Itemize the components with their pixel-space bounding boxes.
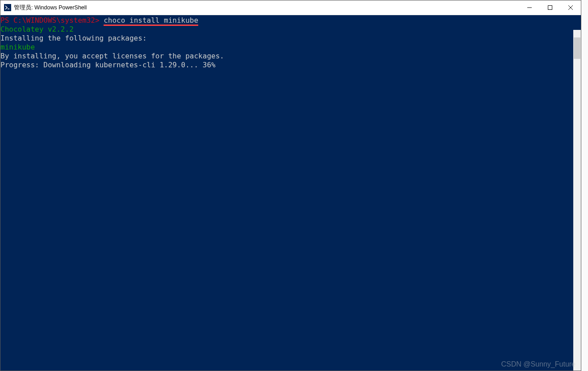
progress-line: Progress: Downloading kubernetes-cli 1.2… [0, 61, 581, 70]
right-background-strip [581, 0, 588, 371]
close-button[interactable] [560, 0, 581, 15]
powershell-icon [4, 4, 11, 11]
scrollbar-track[interactable] [573, 30, 581, 371]
powershell-window: 管理员: Windows PowerShell PS C:\WINDOWS\sy… [0, 0, 581, 371]
terminal-area[interactable]: PS C:\WINDOWS\system32> choco install mi… [0, 15, 581, 371]
scrollbar-thumb[interactable] [574, 37, 580, 59]
window-title: 管理员: Windows PowerShell [14, 4, 519, 12]
choco-version-line: Chocolatey v2.2.2 [0, 25, 581, 34]
installing-line: Installing the following packages: [0, 34, 581, 43]
minimize-button[interactable] [519, 0, 540, 15]
accept-line: By installing, you accept licenses for t… [0, 52, 581, 61]
prompt-path: PS C:\WINDOWS\system32> [0, 16, 100, 25]
titlebar[interactable]: 管理员: Windows PowerShell [0, 0, 581, 15]
package-name-line: minikube [0, 43, 581, 52]
maximize-button[interactable] [540, 0, 560, 15]
prompt-command: choco install minikube [104, 16, 198, 25]
prompt-line: PS C:\WINDOWS\system32> choco install mi… [0, 16, 581, 25]
watermark: CSDN @Sunny_Future [501, 360, 575, 368]
svg-rect-3 [548, 6, 552, 10]
titlebar-buttons [519, 0, 581, 15]
